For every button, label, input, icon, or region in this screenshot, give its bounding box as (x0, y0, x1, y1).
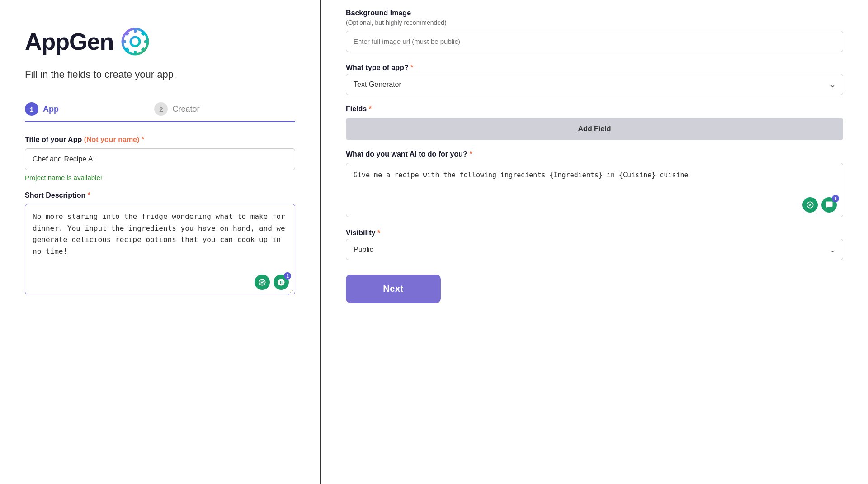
tab-creator-number: 2 (154, 102, 168, 116)
ai-textarea-icons: 1 (802, 197, 837, 213)
title-required: * (142, 136, 144, 143)
ai-chat-icon-btn[interactable]: 1 (821, 197, 837, 213)
ai-prompt-textarea[interactable]: Give me a recipe with the following ingr… (346, 163, 843, 217)
svg-rect-3 (134, 51, 137, 55)
app-type-dropdown-wrapper: Text Generator Image Generator Chat Bot … (346, 74, 843, 95)
gear-icon (121, 27, 150, 56)
page-subtitle: Fill in the fields to create your app. (25, 69, 295, 81)
app-title-input[interactable] (25, 148, 295, 170)
app-logo-text: AppGen (25, 28, 113, 55)
chat-icon (277, 278, 285, 286)
visibility-section: Visibility * Public Private ⌄ (346, 229, 843, 270)
bg-image-label: Background Image (346, 9, 843, 17)
check-circle-icon-2 (806, 201, 814, 209)
visibility-label: Visibility * (346, 229, 843, 237)
right-panel: Background Image (Optional, but highly r… (321, 0, 868, 484)
short-desc-label: Short Description * (25, 191, 295, 199)
fields-label: Fields * (346, 105, 843, 113)
bg-image-sublabel: (Optional, but highly recommended) (346, 19, 843, 26)
ai-assist-icon-btn[interactable]: 1 (274, 275, 289, 290)
ai-do-label: What do you want AI to do for you? * (346, 150, 843, 158)
svg-rect-5 (144, 40, 149, 43)
short-desc-wrapper: No more staring into the fridge wonderin… (25, 204, 295, 296)
left-panel: AppGen Fill in the fields to create your… (0, 0, 321, 484)
fields-section: Fields * Add Field (346, 105, 843, 150)
svg-rect-4 (122, 40, 126, 43)
chat-icon-2 (825, 201, 833, 209)
app-type-label: What type of app? * (346, 64, 843, 72)
tab-creator[interactable]: 2 Creator (154, 99, 208, 121)
app-type-section: What type of app? * Text Generator Image… (346, 64, 843, 105)
title-note: (Not your name) (84, 136, 140, 143)
visibility-dropdown-wrapper: Public Private ⌄ (346, 239, 843, 260)
ai-badge-count: 1 (832, 195, 839, 202)
textarea-icons: 1 (255, 275, 289, 290)
tab-app[interactable]: 1 App (25, 99, 68, 121)
tab-app-label: App (43, 104, 59, 114)
badge-count: 1 (284, 272, 291, 280)
tab-app-number: 1 (25, 102, 38, 116)
bg-image-section: Background Image (Optional, but highly r… (346, 9, 843, 62)
svg-point-1 (131, 37, 140, 46)
tab-creator-label: Creator (172, 104, 199, 114)
bg-image-input[interactable] (346, 31, 843, 52)
app-type-select[interactable]: Text Generator Image Generator Chat Bot … (346, 74, 843, 95)
ai-grammar-icon-btn[interactable] (802, 197, 818, 213)
svg-rect-2 (134, 28, 137, 33)
check-circle-icon (258, 278, 266, 286)
available-message: Project name is available! (25, 174, 295, 181)
visibility-select[interactable]: Public Private (346, 239, 843, 260)
ai-section: What do you want AI to do for you? * Giv… (346, 150, 843, 229)
ai-textarea-wrapper: Give me a recipe with the following ingr… (346, 163, 843, 219)
next-button[interactable]: Next (346, 275, 441, 303)
title-field-label: Title of your App (Not your name) * (25, 136, 295, 144)
tabs-row: 1 App 2 Creator (25, 99, 295, 122)
logo-row: AppGen (25, 27, 295, 56)
add-field-button[interactable]: Add Field (346, 118, 843, 140)
grammar-icon-btn[interactable] (255, 275, 270, 290)
resize-handle[interactable]: ⋰ (288, 289, 294, 295)
left-form: Title of your App (Not your name) * Proj… (25, 136, 295, 466)
